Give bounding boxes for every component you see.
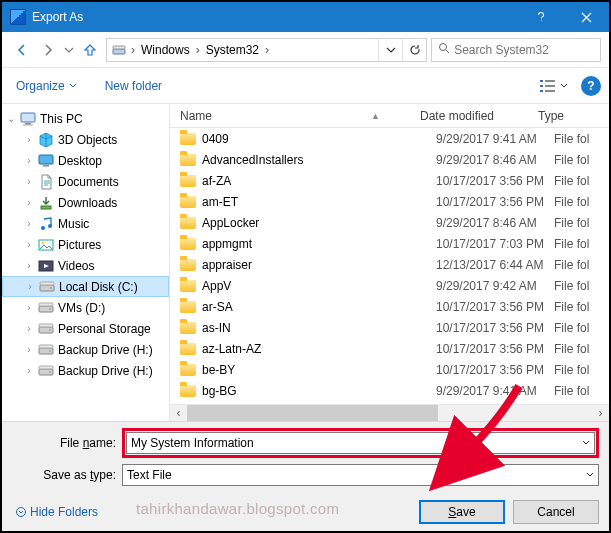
file-date: 10/17/2017 7:03 PM	[436, 237, 554, 251]
scroll-right-button[interactable]: ›	[592, 406, 609, 420]
file-row[interactable]: af-ZA10/17/2017 3:56 PMFile fol	[170, 170, 609, 191]
folder-icon	[180, 385, 196, 397]
file-row[interactable]: be-BY10/17/2017 3:56 PMFile fol	[170, 359, 609, 380]
chevron-right-icon[interactable]: ›	[263, 39, 271, 61]
dropdown-icon[interactable]	[576, 433, 594, 453]
filename-combo[interactable]: My System Information	[126, 432, 595, 454]
save-panel: File name: My System Information Save as…	[2, 421, 609, 532]
expand-icon[interactable]: ›	[24, 365, 34, 376]
file-list[interactable]: 04099/29/2017 9:41 AMFile folAdvancedIns…	[170, 128, 609, 404]
expand-icon[interactable]: ›	[24, 197, 34, 208]
file-date: 9/29/2017 8:46 AM	[436, 153, 554, 167]
tree-item[interactable]: ›Documents	[2, 171, 169, 192]
svg-point-21	[50, 287, 52, 289]
tree-item[interactable]: ›VMs (D:)	[2, 297, 169, 318]
svg-rect-6	[545, 85, 555, 87]
expand-icon[interactable]: ›	[24, 155, 34, 166]
tree-item[interactable]: ›Backup Drive (H:)	[2, 339, 169, 360]
column-date[interactable]: Date modified	[420, 104, 538, 127]
svg-rect-28	[39, 324, 53, 327]
file-row[interactable]: 04099/29/2017 9:41 AMFile fol	[170, 128, 609, 149]
svg-rect-22	[40, 282, 54, 285]
file-date: 10/17/2017 3:56 PM	[436, 363, 554, 377]
refresh-button[interactable]	[402, 39, 426, 61]
window-title: Export As	[32, 10, 83, 24]
file-row[interactable]: AppLocker9/29/2017 8:46 AMFile fol	[170, 212, 609, 233]
address-dropdown-button[interactable]	[378, 39, 402, 61]
organize-button[interactable]: Organize	[10, 75, 83, 97]
breadcrumb-seg-system32[interactable]: System32	[202, 39, 263, 61]
savetype-combo[interactable]: Text File	[122, 464, 599, 486]
cancel-button[interactable]: Cancel	[513, 500, 599, 524]
drive-icon	[39, 279, 55, 295]
column-type[interactable]: Type	[538, 104, 609, 127]
tree-item[interactable]: ›Local Disk (C:)	[2, 276, 169, 297]
horizontal-scrollbar[interactable]: ‹ ›	[170, 404, 609, 421]
chevron-right-icon[interactable]: ›	[194, 39, 202, 61]
tree-item[interactable]: ›Pictures	[2, 234, 169, 255]
file-list-pane: Name ▲ Date modified Type 04099/29/2017 …	[170, 104, 609, 421]
chevron-right-icon[interactable]: ›	[129, 39, 137, 61]
tree-item[interactable]: ›Music	[2, 213, 169, 234]
scroll-left-button[interactable]: ‹	[170, 406, 187, 420]
scroll-thumb[interactable]	[187, 405, 438, 421]
dropdown-icon[interactable]	[580, 465, 598, 485]
expand-icon[interactable]: ›	[24, 218, 34, 229]
tree-item[interactable]: ›Desktop	[2, 150, 169, 171]
help-button[interactable]	[519, 2, 564, 32]
breadcrumb-seg-windows[interactable]: Windows	[137, 39, 194, 61]
nav-back-button[interactable]	[10, 38, 34, 62]
address-bar[interactable]: › Windows › System32 ›	[106, 38, 427, 62]
expand-icon[interactable]: ›	[24, 323, 34, 334]
file-row[interactable]: bg-BG9/29/2017 9:41 AMFile fol	[170, 380, 609, 401]
save-button[interactable]: Save	[419, 500, 505, 524]
this-pc-icon	[20, 111, 36, 127]
nav-up-button[interactable]	[78, 38, 102, 62]
view-options-button[interactable]	[535, 76, 573, 96]
svg-rect-20	[40, 285, 54, 291]
navigation-tree[interactable]: ⌄ This PC ›3D Objects›Desktop›Documents›…	[2, 104, 170, 421]
hide-folders-button[interactable]: Hide Folders	[12, 503, 102, 521]
close-button[interactable]	[564, 2, 609, 32]
file-row[interactable]: appraiser12/13/2017 6:44 AMFile fol	[170, 254, 609, 275]
file-row[interactable]: am-ET10/17/2017 3:56 PMFile fol	[170, 191, 609, 212]
help-icon[interactable]: ?	[581, 76, 601, 96]
file-row[interactable]: AppV9/29/2017 9:42 AMFile fol	[170, 275, 609, 296]
svg-point-27	[49, 329, 51, 331]
file-row[interactable]: ar-SA10/17/2017 3:56 PMFile fol	[170, 296, 609, 317]
svg-rect-0	[113, 49, 125, 54]
file-date: 9/29/2017 9:41 AM	[436, 384, 554, 398]
file-row[interactable]: AdvancedInstallers9/29/2017 8:46 AMFile …	[170, 149, 609, 170]
file-row[interactable]: az-Latn-AZ10/17/2017 3:56 PMFile fol	[170, 338, 609, 359]
folder-icon	[180, 364, 196, 376]
collapse-icon[interactable]: ⌄	[6, 113, 16, 124]
expand-icon[interactable]: ›	[24, 176, 34, 187]
expand-icon[interactable]: ›	[24, 260, 34, 271]
svg-rect-8	[545, 90, 555, 92]
file-row[interactable]: appmgmt10/17/2017 7:03 PMFile fol	[170, 233, 609, 254]
search-input[interactable]	[452, 42, 600, 58]
expand-icon[interactable]: ›	[24, 302, 34, 313]
nav-recent-button[interactable]	[62, 38, 76, 62]
file-row[interactable]: as-IN10/17/2017 3:56 PMFile fol	[170, 317, 609, 338]
tree-item[interactable]: ›Downloads	[2, 192, 169, 213]
expand-icon[interactable]: ›	[24, 239, 34, 250]
search-box[interactable]	[431, 38, 601, 62]
scroll-track[interactable]	[187, 405, 592, 421]
expand-icon[interactable]: ›	[24, 134, 34, 145]
tree-item[interactable]: ›Personal Storage	[2, 318, 169, 339]
svg-rect-29	[39, 348, 53, 354]
nav-forward-button[interactable]	[36, 38, 60, 62]
column-headers[interactable]: Name ▲ Date modified Type	[170, 104, 609, 128]
tree-item[interactable]: ›3D Objects	[2, 129, 169, 150]
drive-icon	[38, 363, 54, 379]
file-name: appraiser	[202, 258, 436, 272]
tree-item[interactable]: ›Videos	[2, 255, 169, 276]
expand-icon[interactable]: ›	[25, 281, 35, 292]
tree-item[interactable]: ›Backup Drive (H:)	[2, 360, 169, 381]
expand-icon[interactable]: ›	[24, 344, 34, 355]
tree-this-pc[interactable]: ⌄ This PC	[2, 108, 169, 129]
new-folder-button[interactable]: New folder	[99, 75, 168, 97]
filename-value[interactable]: My System Information	[131, 436, 254, 450]
column-name[interactable]: Name ▲	[170, 104, 420, 127]
